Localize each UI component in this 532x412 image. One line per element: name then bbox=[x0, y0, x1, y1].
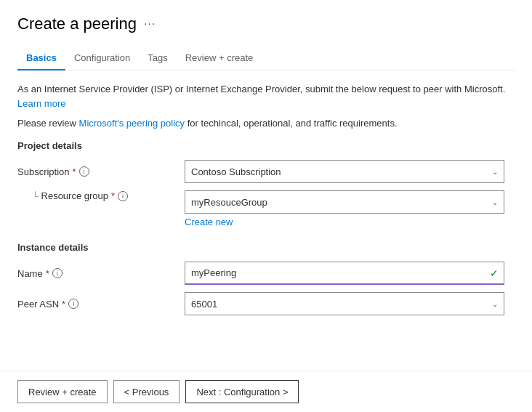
next-configuration-button[interactable]: Next : Configuration > bbox=[185, 380, 299, 403]
previous-button[interactable]: < Previous bbox=[113, 380, 180, 403]
resource-group-dropdown[interactable]: myResouceGroup ⌄ bbox=[185, 190, 504, 214]
resource-group-dropdown-arrow: ⌄ bbox=[492, 198, 498, 206]
resource-group-info-icon[interactable]: i bbox=[118, 191, 128, 201]
subscription-value: Contoso Subscription bbox=[191, 166, 281, 177]
resource-group-required: * bbox=[111, 190, 115, 201]
name-check-icon: ✓ bbox=[490, 267, 499, 279]
resource-group-label-wrapper: └ Resource group * i bbox=[17, 190, 185, 201]
tree-indicator-icon: └ bbox=[32, 191, 39, 201]
instance-details-title: Instance details bbox=[17, 242, 515, 253]
subscription-label: Subscription * i bbox=[17, 166, 185, 177]
name-input[interactable] bbox=[185, 262, 504, 285]
resource-group-row: └ Resource group * i myResouceGroup ⌄ Cr… bbox=[17, 190, 515, 227]
peer-asn-info-icon[interactable]: i bbox=[68, 299, 78, 309]
peer-asn-required: * bbox=[62, 299, 65, 310]
name-label: Name * i bbox=[17, 268, 185, 279]
peer-asn-value: 65001 bbox=[191, 299, 217, 310]
name-row: Name * i ✓ bbox=[17, 262, 515, 285]
tab-tags[interactable]: Tags bbox=[139, 47, 176, 70]
peer-asn-label: Peer ASN * i bbox=[17, 299, 185, 310]
name-control: ✓ bbox=[185, 262, 504, 285]
subscription-dropdown[interactable]: Contoso Subscription ⌄ bbox=[185, 160, 504, 183]
tab-configuration[interactable]: Configuration bbox=[65, 47, 139, 70]
name-required: * bbox=[46, 268, 49, 279]
project-details-title: Project details bbox=[17, 140, 515, 151]
peer-asn-dropdown[interactable]: 65001 ⌄ bbox=[185, 292, 504, 315]
page-title: Create a peering bbox=[17, 15, 137, 33]
learn-more-link[interactable]: Learn more bbox=[17, 98, 65, 109]
subscription-dropdown-arrow: ⌄ bbox=[492, 168, 498, 176]
info-banner: As an Internet Service Provider (ISP) or… bbox=[17, 82, 515, 110]
name-input-wrapper: ✓ bbox=[185, 262, 504, 285]
review-create-button[interactable]: Review + create bbox=[17, 380, 108, 403]
policy-text-before: Please review bbox=[17, 118, 79, 129]
peer-asn-control: 65001 ⌄ bbox=[185, 292, 504, 315]
subscription-required: * bbox=[73, 166, 76, 177]
ellipsis-menu-icon[interactable]: ··· bbox=[144, 17, 156, 31]
peer-asn-row: Peer ASN * i 65001 ⌄ bbox=[17, 292, 515, 315]
banner-text: As an Internet Service Provider (ISP) or… bbox=[17, 84, 505, 94]
project-details-section: Project details Subscription * i Contoso… bbox=[17, 140, 515, 227]
resource-group-value: myResouceGroup bbox=[191, 197, 267, 208]
create-new-link[interactable]: Create new bbox=[185, 217, 233, 227]
name-info-icon[interactable]: i bbox=[52, 268, 63, 278]
footer: Review + create < Previous Next : Config… bbox=[0, 371, 532, 412]
policy-link[interactable]: Microsoft's peering policy bbox=[79, 118, 185, 129]
subscription-control: Contoso Subscription ⌄ bbox=[185, 160, 504, 183]
tab-review-create[interactable]: Review + create bbox=[177, 47, 262, 70]
tab-bar: Basics Configuration Tags Review + creat… bbox=[17, 47, 515, 70]
peer-asn-dropdown-arrow: ⌄ bbox=[492, 300, 498, 308]
instance-details-section: Instance details Name * i ✓ Pe bbox=[17, 242, 515, 315]
resource-group-control: myResouceGroup ⌄ Create new bbox=[185, 190, 504, 227]
resource-group-label: Resource group * i bbox=[41, 190, 129, 201]
tab-basics[interactable]: Basics bbox=[17, 47, 65, 70]
policy-text: Please review Microsoft's peering policy… bbox=[17, 118, 515, 129]
subscription-info-icon[interactable]: i bbox=[79, 166, 89, 177]
subscription-row: Subscription * i Contoso Subscription ⌄ bbox=[17, 160, 515, 183]
policy-text-after: for techincal, operational, and traffic … bbox=[185, 118, 397, 129]
